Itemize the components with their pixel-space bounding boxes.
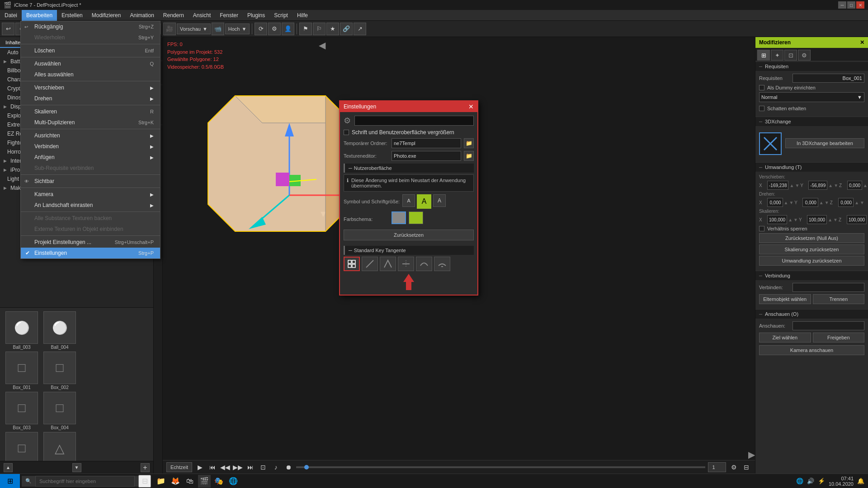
drehen-x[interactable]: 0,000 [767, 198, 783, 207]
drehen-y-up[interactable]: ▲ [819, 200, 824, 205]
right-tab-4[interactable]: ⚙ [798, 50, 811, 61]
menu-multi-duplizieren[interactable]: Multi-Duplizieren Strg+K [21, 117, 160, 128]
nav-right-btn[interactable]: ▶ [748, 449, 755, 460]
menu-drehen[interactable]: Drehen ▶ [21, 93, 160, 104]
taskbar-app-store[interactable]: 🛍 [184, 475, 196, 488]
3dx-edit-btn[interactable]: In 3DXchange bearbeiten [785, 138, 864, 148]
skalieren-z[interactable]: 100,000 [847, 215, 867, 224]
ratio-checkbox[interactable] [759, 226, 764, 231]
taskbar-volume[interactable]: 🔊 [807, 478, 814, 484]
timeline-bar[interactable] [296, 466, 705, 468]
viewport[interactable]: FPS: 0 Polygone im Projekt: 532 Gewählte… [163, 37, 755, 474]
font-btn-large[interactable]: A [433, 194, 446, 207]
modal-search-input[interactable] [354, 116, 474, 126]
verschieben-x-down[interactable]: ▼ [795, 183, 799, 188]
skalieren-x-up[interactable]: ▲ [788, 217, 793, 222]
verschieben-z[interactable]: 0,000 [847, 181, 862, 190]
tb-star[interactable]: ★ [326, 23, 339, 35]
tb-vorschau-dropdown[interactable]: Vorschau ▼ [177, 23, 211, 34]
modal-ui-collapse[interactable]: ─ [349, 165, 352, 171]
menu-plugins[interactable]: Plugins [243, 10, 269, 21]
menu-landschaft[interactable]: An Landschaft einrasten ▶ [21, 200, 160, 211]
menu-sichtbar[interactable]: 👁 Sichtbar [21, 176, 160, 187]
add-asset-btn[interactable]: + [141, 463, 150, 472]
menu-rendern[interactable]: Rendern [159, 10, 189, 21]
3dx-logo[interactable] [759, 132, 782, 155]
tangent-btn-3[interactable] [380, 257, 396, 271]
vp-prev-btn[interactable]: ⏮ [208, 462, 217, 472]
tb-record[interactable]: 📹 [212, 23, 224, 35]
menu-verschieben[interactable]: Verschieben ▶ [21, 82, 160, 93]
taskbar-battery[interactable]: ⚡ [818, 478, 825, 484]
kamera-btn[interactable]: Kamera anschauen [759, 345, 864, 355]
verschieben-x[interactable]: -169,238 [767, 181, 788, 190]
vp-frame-input[interactable] [708, 462, 726, 472]
taskbar-app-iclone[interactable]: 🎬 [198, 475, 211, 488]
scheme-gray[interactable] [392, 211, 406, 224]
menu-bearbeiten[interactable]: Bearbeiten [22, 10, 57, 21]
menu-fenster[interactable]: Fenster [215, 10, 243, 21]
vp-step-fwd-btn[interactable]: ▶▶ [233, 462, 243, 472]
tangent-btn-2[interactable] [362, 257, 378, 271]
menu-animation[interactable]: Animation [125, 10, 158, 21]
right-tab-props[interactable]: ⊞ [757, 50, 770, 61]
menu-ausrichten[interactable]: Ausrichten ▶ [21, 130, 160, 141]
tb-hoch-dropdown[interactable]: Hoch ▼ [225, 23, 250, 34]
freigeben-btn[interactable]: Freigeben [813, 333, 865, 343]
modal-folder-input[interactable] [392, 138, 461, 148]
eltern-btn[interactable]: Elternobjekt wählen [759, 294, 811, 304]
collapse-verbindung[interactable]: ─ [759, 273, 762, 278]
scheme-green[interactable] [409, 211, 423, 224]
skalieren-x-down[interactable]: ▼ [793, 217, 798, 222]
close-button[interactable]: ✕ [856, 1, 864, 9]
grid-item-box-001[interactable]: □ Box_001 [4, 352, 40, 390]
menu-ansicht[interactable]: Ansicht [189, 10, 215, 21]
modal-reset-btn[interactable]: Zurücksetzen [344, 230, 474, 240]
tb-flag[interactable]: ⚑ [299, 23, 312, 35]
verschieben-x-up[interactable]: ▲ [789, 183, 794, 188]
menu-kamera[interactable]: Kamera ▶ [21, 189, 160, 200]
nav-collapse-btn[interactable]: ◀ [319, 40, 326, 51]
normal-dropdown[interactable]: Normal ▼ [759, 92, 864, 102]
tb-link[interactable]: 🔗 [340, 23, 353, 35]
drehen-x-down[interactable]: ▼ [789, 200, 793, 205]
vp-play-btn[interactable]: ▶ [195, 462, 205, 472]
skalieren-y-down[interactable]: ▼ [833, 217, 838, 222]
vp-next-btn[interactable]: ⏭ [245, 462, 255, 472]
taskbar-search[interactable] [35, 476, 135, 487]
taskbar-network[interactable]: 🌐 [796, 478, 803, 484]
collapse-umwandlung[interactable]: ─ [759, 165, 762, 170]
tb-camera[interactable]: 🎥 [163, 23, 176, 35]
skalieren-y[interactable]: 100,000 [807, 215, 827, 224]
menu-einstellungen[interactable]: ✔ Einstellungen Strg+P [21, 248, 160, 258]
tb-flag2[interactable]: ⚐ [313, 23, 326, 35]
ziel-btn[interactable]: Ziel wählen [759, 333, 811, 343]
menu-auswahlen[interactable]: Auswählen Q [21, 58, 160, 69]
anschauen-input[interactable] [793, 321, 864, 330]
drehen-z[interactable]: 0,000 [838, 198, 854, 207]
vp-step-back-btn[interactable]: ◀◀ [220, 462, 230, 472]
vp-realtime-btn[interactable]: Echtzeit [166, 462, 192, 472]
drehen-y[interactable]: 0,000 [802, 198, 818, 207]
taskbar-notification[interactable]: 🔔 [857, 478, 864, 484]
grid-item-ball-004[interactable]: ⚪ Ball_004 [42, 311, 78, 350]
grid-item-box-004[interactable]: □ Box_004 [42, 392, 78, 430]
grid-item-box-005[interactable]: □ Box_005 [4, 432, 40, 461]
taskbar-app-3[interactable]: 🌐 [227, 475, 240, 488]
verschieben-y-down[interactable]: ▼ [834, 183, 838, 188]
verschieben-y-up[interactable]: ▲ [828, 183, 833, 188]
verbinden-input[interactable] [793, 283, 864, 292]
tb-route[interactable]: ↗ [354, 23, 366, 35]
vp-export-btn[interactable]: ⊟ [741, 462, 751, 472]
menu-verbinden[interactable]: Verbinden ▶ [21, 141, 160, 152]
skalierung-reset-btn[interactable]: Skalierung zurücksetzen [759, 244, 864, 254]
tangent-btn-6[interactable] [434, 257, 450, 271]
modal-texture-input[interactable] [392, 151, 461, 161]
vp-settings-btn[interactable]: ⚙ [729, 462, 739, 472]
modal-close-btn[interactable]: ✕ [468, 103, 474, 110]
grid-item-box-003[interactable]: □ Box_003 [4, 392, 40, 430]
menu-loschen[interactable]: Löschen Entf [21, 45, 160, 56]
grid-item-cone-001[interactable]: △ Cone_001 [42, 432, 78, 461]
modal-checkbox[interactable] [344, 130, 349, 135]
menu-datei[interactable]: Datei [0, 10, 22, 21]
